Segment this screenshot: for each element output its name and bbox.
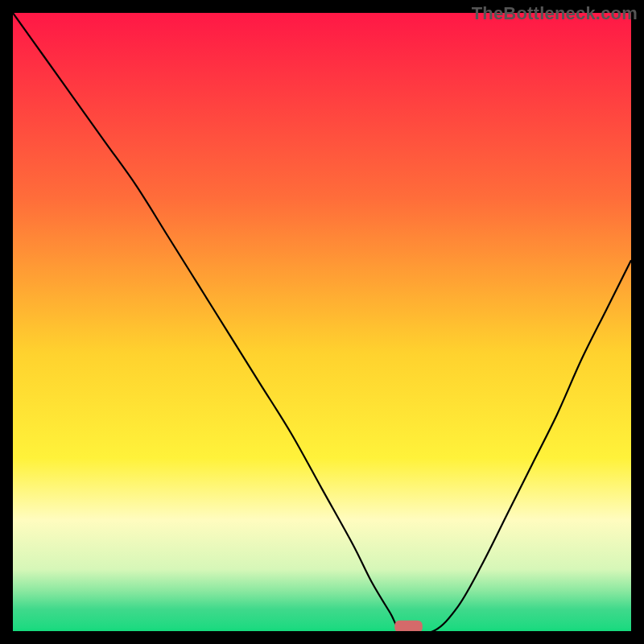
bottleneck-chart bbox=[13, 13, 631, 631]
watermark-text: TheBottleneck.com bbox=[472, 3, 638, 24]
gradient-background bbox=[13, 13, 631, 631]
plot-area bbox=[13, 13, 631, 631]
chart-frame: TheBottleneck.com bbox=[0, 0, 644, 644]
optimal-marker bbox=[394, 621, 423, 631]
